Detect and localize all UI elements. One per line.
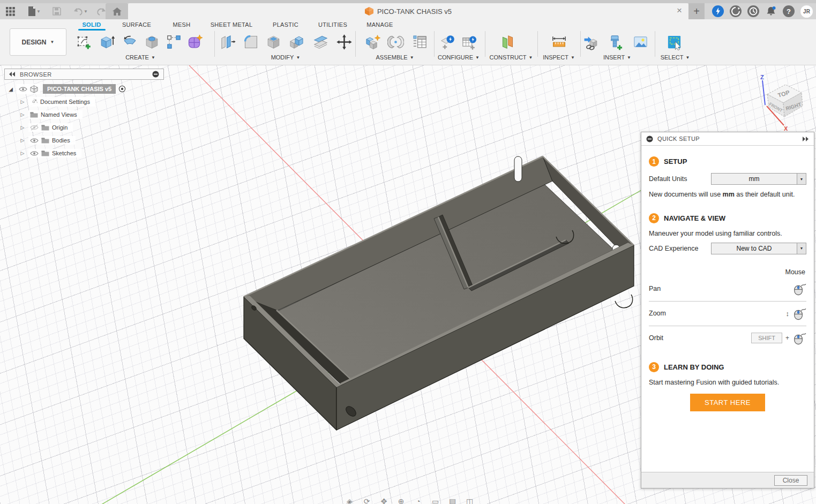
view-cube[interactable]: TOP FRONT RIGHT Z X (746, 72, 812, 133)
tree-row-named-views[interactable]: ▷ Named Views (8, 108, 126, 121)
assemble-menu[interactable]: ASSEMBLE▼ (376, 54, 414, 61)
model-viewport[interactable]: BROWSER ◢ PICO-TANK CHASIS v5 ▷ Document… (0, 65, 816, 504)
quick-setup-header[interactable]: QUICK SETUP (641, 132, 814, 146)
measure-icon[interactable] (549, 32, 568, 51)
pan-icon[interactable]: ✥ (380, 497, 388, 504)
select-menu[interactable]: SELECT▼ (661, 54, 690, 61)
construction-plane-icon[interactable] (498, 32, 517, 51)
insert-fastener-icon[interactable] (605, 32, 624, 51)
expand-arrow-icon[interactable]: ▷ (19, 112, 26, 117)
modify-menu[interactable]: MODIFY▼ (271, 54, 301, 61)
insert-canvas-icon[interactable] (631, 32, 650, 51)
extensions-icon[interactable] (712, 5, 724, 17)
offset-face-icon[interactable] (311, 32, 330, 51)
cad-experience-select[interactable]: New to CAD ▼ (711, 243, 806, 254)
units-note: New documents will use mm as their defau… (649, 190, 806, 199)
expand-arrow-icon[interactable]: ▷ (19, 125, 26, 130)
pan-control-row: Pan (649, 277, 806, 301)
collapse-browser-icon[interactable] (152, 71, 159, 78)
tab-manage[interactable]: MANAGE (366, 21, 393, 28)
create-form-icon[interactable] (185, 32, 204, 51)
tab-surface[interactable]: SURFACE (122, 21, 151, 28)
dropdown-arrow-icon[interactable]: ▼ (797, 174, 806, 184)
close-button[interactable]: Close (774, 475, 807, 486)
eye-hidden-icon[interactable] (30, 124, 39, 131)
tab-utilities[interactable]: UTILITIES (318, 21, 347, 28)
close-document-icon[interactable]: × (677, 5, 682, 16)
recent-activity-icon[interactable] (747, 5, 759, 17)
start-here-button[interactable]: START HERE (690, 394, 765, 411)
expand-arrow-icon[interactable]: ▷ (19, 151, 26, 156)
eye-icon[interactable] (30, 151, 39, 156)
viewports-icon[interactable]: ◫ (466, 497, 474, 504)
configure-menu[interactable]: CONFIGURE▼ (438, 54, 480, 61)
tab-mesh[interactable]: MESH (173, 21, 191, 28)
rectangular-pattern-icon[interactable] (164, 32, 183, 51)
construct-menu[interactable]: CONSTRUCT▼ (490, 54, 533, 61)
origin-indicator-icon[interactable]: ◈ (346, 497, 354, 504)
document-tab[interactable]: PICO-TANK CHASIS v5 × (128, 3, 688, 19)
avatar[interactable]: JR (800, 5, 813, 18)
titlebar: ▼ ▼ ▼ PICO-TANK CHASIS v5 × + (0, 0, 816, 19)
app-grid-icon[interactable] (4, 4, 17, 18)
insert-menu[interactable]: INSERT▼ (603, 54, 631, 61)
root-component-label[interactable]: PICO-TANK CHASIS v5 (43, 84, 116, 94)
zoom-icon[interactable]: ⊕ (397, 497, 405, 504)
joint-icon[interactable] (386, 32, 405, 51)
design-workspace-menu[interactable]: DESIGN ▼ (10, 28, 66, 56)
change-parameters-icon[interactable] (410, 32, 429, 51)
configuration-table-icon[interactable] (459, 32, 478, 51)
undo-icon[interactable]: ▼ (71, 4, 89, 18)
document-title: PICO-TANK CHASIS v5 (377, 7, 452, 16)
dock-right-icon[interactable] (803, 137, 809, 141)
new-document-tab-button[interactable]: + (688, 3, 705, 19)
move-copy-icon[interactable] (334, 32, 354, 51)
press-pull-icon[interactable] (218, 32, 237, 51)
tree-row-root[interactable]: ◢ PICO-TANK CHASIS v5 (8, 82, 126, 95)
inspect-menu[interactable]: INSPECT▼ (543, 54, 575, 61)
combine-icon[interactable] (287, 32, 306, 51)
expand-arrow-icon[interactable]: ▷ (19, 138, 26, 143)
insert-derive-icon[interactable] (581, 32, 601, 51)
new-component-icon[interactable] (363, 32, 382, 51)
default-units-select[interactable]: mm ▼ (711, 173, 806, 185)
file-menu-icon[interactable]: ▼ (26, 4, 42, 18)
dropdown-arrow-icon[interactable]: ▼ (797, 243, 806, 254)
home-tab-button[interactable] (106, 3, 128, 19)
shell-icon[interactable] (264, 32, 283, 51)
tree-row-origin[interactable]: ▷ Origin (8, 121, 126, 134)
help-icon[interactable]: ? (783, 5, 795, 17)
home-icon (113, 7, 122, 16)
notifications-icon[interactable] (765, 5, 777, 17)
display-settings-icon[interactable]: ▭ (431, 497, 439, 504)
save-icon[interactable] (51, 4, 63, 18)
collapse-panel-icon[interactable] (646, 136, 653, 142)
expanded-triangle-icon[interactable]: ◢ (8, 86, 14, 92)
default-units-row: Default Units mm ▼ (649, 173, 806, 185)
job-status-icon[interactable] (730, 5, 742, 17)
extrude-icon[interactable] (97, 32, 116, 51)
tab-sheet-metal[interactable]: SHEET METAL (211, 21, 253, 28)
fillet-icon[interactable] (241, 32, 260, 51)
tab-plastic[interactable]: PLASTIC (273, 21, 298, 28)
tree-row-bodies[interactable]: ▷ Bodies (8, 134, 126, 147)
grid-and-snaps-icon[interactable]: ▤ (448, 497, 456, 504)
revolve-icon[interactable] (120, 32, 139, 51)
tree-row-sketches[interactable]: ▷ Sketches (8, 147, 126, 160)
tree-row-document-settings[interactable]: ▷ Document Settings (8, 95, 126, 108)
tab-solid[interactable]: SOLID (82, 21, 101, 28)
orbit-icon[interactable]: ⟳ (363, 497, 371, 504)
expand-arrow-icon[interactable]: ▷ (19, 99, 26, 104)
activate-component-radio-icon[interactable] (118, 85, 126, 93)
create-menu[interactable]: CREATE▼ (125, 54, 155, 61)
eye-icon[interactable] (30, 138, 39, 144)
browser-panel-header[interactable]: BROWSER (4, 69, 164, 80)
configure-icon[interactable] (438, 32, 457, 51)
section-learn-title: LEARN BY DOING (664, 363, 724, 371)
create-sketch-icon[interactable] (74, 32, 93, 51)
hole-icon[interactable] (142, 32, 161, 51)
visibility-chip[interactable] (17, 84, 40, 94)
fit-icon[interactable]: ◔ (414, 497, 422, 504)
select-icon[interactable] (664, 32, 684, 51)
collapse-left-icon[interactable] (9, 72, 16, 77)
